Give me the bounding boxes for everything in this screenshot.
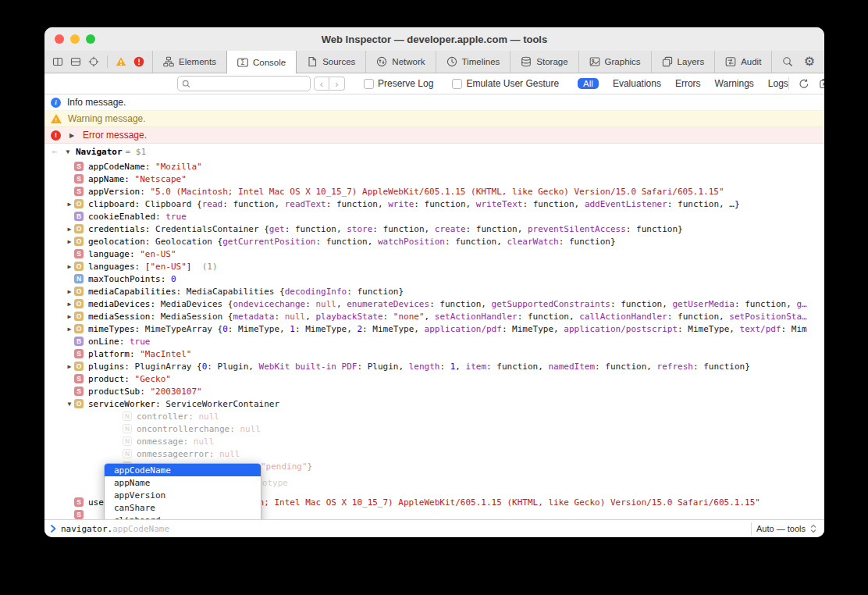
zoom-button[interactable] bbox=[86, 34, 95, 44]
search-icon[interactable] bbox=[782, 56, 793, 67]
value-segment: : bbox=[383, 312, 393, 322]
eval-result-row[interactable]: ← ▼ Navigator = $1 bbox=[44, 144, 824, 160]
property-row-appCodeName[interactable]: SappCodeName: "Mozilla" bbox=[44, 160, 824, 173]
tab-console[interactable]: ΣConsole bbox=[226, 51, 297, 73]
search-icon bbox=[182, 80, 190, 88]
log-search-field[interactable] bbox=[177, 76, 311, 91]
property-row-mediaSession[interactable]: ▶OmediaSession: MediaSession {metadata: … bbox=[44, 310, 824, 322]
property-row-appName[interactable]: SappName: "Netscape" bbox=[44, 173, 824, 185]
scope-logs[interactable]: Logs bbox=[768, 78, 788, 89]
window-title: Web Inspector — developer.apple.com — to… bbox=[44, 34, 824, 45]
property-row-clipboard[interactable]: ▶Oclipboard: Clipboard {read: function, … bbox=[44, 198, 824, 210]
property-row-oncontrollerchange[interactable]: Noncontrollerchange: null bbox=[44, 422, 824, 435]
console-prompt-bar[interactable]: navigator. appCodeName Auto — tools bbox=[44, 519, 824, 537]
property-row-cookieEnabled[interactable]: BcookieEnabled: true bbox=[44, 210, 824, 223]
property-row-languages[interactable]: ▶Olanguages: ["en-US"] (1) bbox=[44, 260, 824, 273]
scope-errors[interactable]: Errors bbox=[675, 78, 701, 89]
value-segment: : function, bbox=[285, 224, 347, 234]
autocomplete-item-appVersion[interactable]: appVersion bbox=[105, 489, 261, 501]
type-badge-O: O bbox=[74, 299, 84, 308]
disclosure-closed-icon[interactable]: ▶ bbox=[65, 313, 74, 320]
type-badge-S: S bbox=[74, 497, 84, 507]
property-row-controller[interactable]: Ncontroller: null bbox=[44, 410, 824, 422]
property-row-serviceWorker[interactable]: ▼OserviceWorker: ServiceWorkerContainer bbox=[44, 397, 824, 410]
clear-console-icon[interactable] bbox=[819, 78, 824, 89]
value-segment: : function, bbox=[429, 299, 491, 309]
property-row-language[interactable]: Slanguage: "en-US" bbox=[44, 248, 824, 260]
tab-layers[interactable]: Layers bbox=[651, 51, 715, 73]
property-row-maxTouchPoints[interactable]: NmaxTouchPoints: 0 bbox=[44, 273, 824, 285]
property-row-appVersion[interactable]: SappVersion: "5.0 (Macintosh; Intel Mac … bbox=[44, 185, 824, 198]
execution-context-selector[interactable]: Auto — tools bbox=[751, 522, 824, 535]
close-button[interactable] bbox=[55, 34, 64, 44]
property-row-onmessageerror[interactable]: Nonmessageerror: null bbox=[44, 447, 824, 460]
search-input[interactable] bbox=[192, 78, 306, 89]
value-segment: MimeTypeArray { bbox=[145, 324, 222, 334]
property-row-plugins[interactable]: ▶Oplugins: PluginArray {0: Plugin, WebKi… bbox=[44, 360, 824, 372]
type-badge-O: O bbox=[74, 312, 84, 321]
scope-all[interactable]: All bbox=[578, 78, 599, 89]
disclosure-closed-icon[interactable]: ▶ bbox=[65, 363, 74, 370]
property-row-mimeTypes[interactable]: ▶OmimeTypes: MimeTypeArray {0: MimeType,… bbox=[44, 322, 824, 335]
autocomplete-item-appCodeName[interactable]: appCodeName bbox=[105, 464, 261, 476]
timelines-icon bbox=[446, 56, 457, 67]
prompt-typed-text[interactable]: navigator. bbox=[61, 524, 112, 534]
split-columns-icon[interactable] bbox=[52, 56, 63, 67]
property-row-mediaCapabilities[interactable]: ▶OmediaCapabilities: MediaCapabilities {… bbox=[44, 285, 824, 298]
refresh-icon[interactable] bbox=[799, 78, 809, 89]
scope-evaluations[interactable]: Evaluations bbox=[613, 78, 661, 89]
minimize-button[interactable] bbox=[70, 34, 80, 44]
element-picker-icon[interactable] bbox=[88, 56, 99, 67]
autocomplete-item-canShare[interactable]: canShare bbox=[105, 501, 261, 514]
tab-label: Storage bbox=[536, 57, 567, 66]
tab-graphics[interactable]: Graphics bbox=[578, 51, 651, 73]
tab-storage[interactable]: Storage bbox=[510, 51, 578, 73]
tab-audit[interactable]: Audit bbox=[714, 51, 772, 73]
property-row-credentials[interactable]: ▶Ocredentials: CredentialsContainer {get… bbox=[44, 223, 824, 235]
forward-button[interactable]: › bbox=[329, 77, 345, 91]
preserve-log-checkbox[interactable]: Preserve Log bbox=[364, 78, 433, 89]
disclosure-closed-icon[interactable]: ▶ bbox=[65, 238, 74, 245]
tab-timelines[interactable]: Timelines bbox=[436, 51, 510, 73]
tab-network[interactable]: Network bbox=[365, 51, 435, 73]
value-segment: : function} bbox=[693, 362, 750, 372]
value-segment: writeText bbox=[476, 199, 523, 209]
issue-indicators bbox=[108, 51, 152, 73]
warning-triangle-icon[interactable] bbox=[116, 56, 126, 67]
scope-warnings[interactable]: Warnings bbox=[715, 78, 754, 89]
checkbox-icon[interactable] bbox=[364, 79, 374, 89]
error-circle-icon[interactable] bbox=[133, 56, 144, 67]
autocomplete-item-clipboard[interactable]: clipboard bbox=[105, 514, 261, 519]
property-row-mediaDevices[interactable]: ▶OmediaDevices: MediaDevices {ondevicech… bbox=[44, 298, 824, 310]
split-rows-icon[interactable] bbox=[70, 56, 81, 67]
disclosure-closed-icon[interactable]: ▶ bbox=[65, 288, 74, 295]
disclosure-closed-icon[interactable]: ▶ bbox=[65, 201, 74, 208]
disclosure-closed-icon[interactable]: ▶ bbox=[65, 263, 74, 270]
property-row-onmessage[interactable]: Nonmessage: null bbox=[44, 435, 824, 447]
checkbox-icon[interactable] bbox=[452, 79, 462, 89]
disclosure-open-icon[interactable]: ▼ bbox=[63, 148, 73, 155]
tab-elements[interactable]: Elements bbox=[152, 51, 226, 73]
property-name: product: bbox=[88, 374, 135, 384]
type-badge-B: B bbox=[74, 212, 84, 221]
property-row-productSub[interactable]: SproductSub: "20030107" bbox=[44, 385, 824, 397]
disclosure-closed-icon[interactable]: ▶ bbox=[65, 301, 74, 308]
property-row-platform[interactable]: Splatform: "MacIntel" bbox=[44, 347, 824, 360]
property-row-geolocation[interactable]: ▶Ogeolocation: Geolocation {getCurrentPo… bbox=[44, 235, 824, 248]
disclosure-open-icon[interactable]: ▼ bbox=[65, 401, 74, 408]
settings-gear-icon[interactable]: ⚙ bbox=[804, 55, 815, 68]
type-badge-N: N bbox=[123, 449, 132, 458]
value-segment: : function, bbox=[445, 237, 507, 247]
console-message-error[interactable]: !▶Error message. bbox=[44, 127, 824, 144]
disclosure-closed-icon[interactable]: ▶ bbox=[65, 326, 74, 333]
autocomplete-item-appName[interactable]: appName bbox=[105, 476, 261, 489]
tab-sources[interactable]: Sources bbox=[297, 51, 365, 73]
disclosure-closed-icon[interactable]: ▶ bbox=[65, 226, 74, 233]
emulate-user-gesture-checkbox[interactable]: Emulate User Gesture bbox=[452, 78, 559, 89]
back-button[interactable]: ‹ bbox=[314, 77, 329, 91]
result-arrow-icon: ← bbox=[49, 147, 60, 157]
disclosure-closed-icon[interactable]: ▶ bbox=[67, 132, 76, 139]
property-row-onLine[interactable]: BonLine: true bbox=[44, 335, 824, 347]
value-segment: , bbox=[336, 299, 347, 309]
property-row-product[interactable]: Sproduct: "Gecko" bbox=[44, 372, 824, 385]
